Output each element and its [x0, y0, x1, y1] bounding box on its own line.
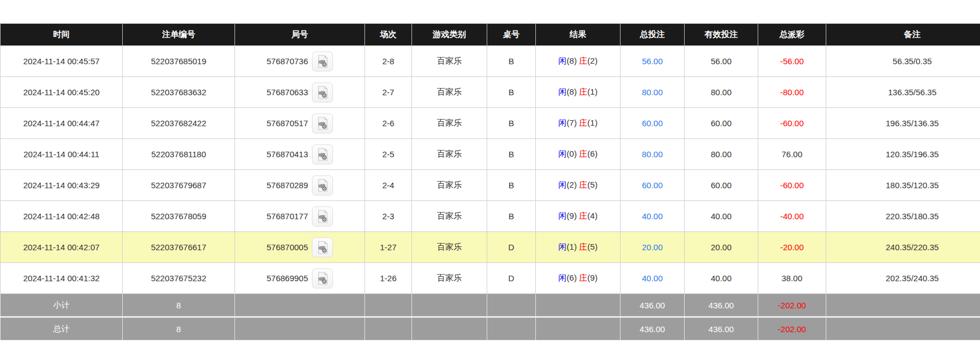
- cell-game_type: 百家乐: [412, 77, 487, 108]
- cell-round: 576870413: [235, 139, 365, 170]
- cell-remark: 240.35/220.35: [826, 232, 980, 263]
- cell-total_bet[interactable]: 80.00: [621, 77, 685, 108]
- table-row[interactable]: 2024-11-14 00:44:11522037681180576870413…: [1, 139, 980, 170]
- table-header: 时间注单编号局号场次游戏类别桌号结果总投注有效投注总派彩备注: [1, 24, 980, 46]
- result-player-label: 闲: [559, 242, 567, 251]
- summary-cell-round: [235, 317, 365, 340]
- summary-cell-table_no: [487, 294, 536, 317]
- cell-time: 2024-11-14 00:42:07: [1, 232, 123, 263]
- cell-remark: 180.35/120.35: [826, 170, 980, 201]
- video-file-icon[interactable]: [312, 82, 333, 102]
- column-header-time: 时间: [1, 24, 123, 46]
- cell-table_no: B: [487, 77, 536, 108]
- result-banker-score: (5): [587, 180, 597, 189]
- column-header-game_type: 游戏类别: [412, 24, 487, 46]
- cell-payout: -56.00: [758, 46, 826, 77]
- round-cell-content: 576870413: [267, 144, 333, 164]
- cell-total_bet[interactable]: 56.00: [621, 46, 685, 77]
- result-player-score: (0): [567, 149, 577, 158]
- cell-total_bet[interactable]: 20.00: [621, 232, 685, 263]
- cell-bet_id: 522037685019: [123, 46, 235, 77]
- cell-remark: 56.35/0.35: [826, 46, 980, 77]
- cell-total_bet[interactable]: 60.00: [621, 108, 685, 139]
- result-player-score: (9): [567, 211, 577, 220]
- cell-total_bet[interactable]: 80.00: [621, 139, 685, 170]
- round-number: 576870633: [267, 87, 308, 97]
- result-player-score: (7): [567, 118, 577, 127]
- cell-remark: 120.35/196.35: [826, 139, 980, 170]
- round-number: 576870289: [267, 180, 308, 190]
- result-banker-label: 庄: [579, 180, 587, 189]
- summary-cell-remark: [826, 294, 980, 317]
- summary-count: 8: [123, 317, 235, 340]
- video-file-icon[interactable]: [312, 268, 333, 288]
- cell-remark: 220.35/180.35: [826, 201, 980, 232]
- video-file-icon[interactable]: [312, 51, 333, 71]
- result-player-label: 闲: [559, 211, 567, 220]
- column-header-bet_id: 注单编号: [123, 24, 235, 46]
- video-file-icon[interactable]: [312, 144, 333, 164]
- result-player-score: (8): [567, 56, 577, 65]
- table-row[interactable]: 2024-11-14 00:43:29522037679687576870289…: [1, 170, 980, 201]
- summary-label: 总计: [1, 317, 123, 340]
- cell-payout: -60.00: [758, 170, 826, 201]
- video-file-icon[interactable]: [312, 175, 333, 195]
- cell-round: 576870736: [235, 46, 365, 77]
- table-row[interactable]: 2024-11-14 00:45:57522037685019576870736…: [1, 46, 980, 77]
- cell-remark: 202.35/240.35: [826, 263, 980, 294]
- column-header-valid_bet: 有效投注: [685, 24, 758, 46]
- cell-session: 2-8: [365, 46, 412, 77]
- result-banker-score: (4): [587, 211, 597, 220]
- cell-result: 闲(6) 庄(9): [536, 263, 621, 294]
- cell-total_bet[interactable]: 40.00: [621, 263, 685, 294]
- table-row[interactable]: 2024-11-14 00:42:48522037678059576870177…: [1, 201, 980, 232]
- result-banker-score: (6): [587, 149, 597, 158]
- cell-remark: 136.35/56.35: [826, 77, 980, 108]
- cell-payout: 76.00: [758, 139, 826, 170]
- summary-cell-result: [536, 317, 621, 340]
- result-player-score: (1): [567, 242, 577, 251]
- result-banker-label: 庄: [579, 118, 587, 127]
- table-row[interactable]: 2024-11-14 00:41:32522037675232576869905…: [1, 263, 980, 294]
- cell-table_no: D: [487, 232, 536, 263]
- cell-total_bet[interactable]: 60.00: [621, 170, 685, 201]
- result-player-label: 闲: [559, 118, 567, 127]
- result-player-score: (2): [567, 180, 577, 189]
- table-row[interactable]: 2024-11-14 00:44:47522037682422576870517…: [1, 108, 980, 139]
- cell-session: 2-4: [365, 170, 412, 201]
- summary-label: 小计: [1, 294, 123, 317]
- summary-cell-total_bet: 436.00: [621, 294, 685, 317]
- round-number: 576870517: [267, 118, 308, 128]
- round-cell-content: 576870005: [267, 237, 333, 257]
- video-file-icon[interactable]: [312, 113, 333, 133]
- summary-cell-round: [235, 294, 365, 317]
- cell-remark: 196.35/136.35: [826, 108, 980, 139]
- cell-session: 2-6: [365, 108, 412, 139]
- cell-round: 576870633: [235, 77, 365, 108]
- round-number: 576869905: [267, 273, 308, 283]
- video-file-icon[interactable]: [312, 237, 333, 257]
- table-row[interactable]: 2024-11-14 00:45:20522037683632576870633…: [1, 77, 980, 108]
- table-row[interactable]: 2024-11-14 00:42:07522037676617576870005…: [1, 232, 980, 263]
- cell-result: 闲(1) 庄(5): [536, 232, 621, 263]
- video-file-icon[interactable]: [312, 206, 333, 226]
- cell-time: 2024-11-14 00:43:29: [1, 170, 123, 201]
- round-number: 576870177: [267, 211, 308, 221]
- cell-payout: -20.00: [758, 232, 826, 263]
- round-cell-content: 576870736: [267, 51, 333, 71]
- summary-cell-game_type: [412, 294, 487, 317]
- column-header-result: 结果: [536, 24, 621, 46]
- column-header-session: 场次: [365, 24, 412, 46]
- cell-bet_id: 522037681180: [123, 139, 235, 170]
- cell-session: 2-3: [365, 201, 412, 232]
- summary-cell-valid_bet: 436.00: [685, 317, 758, 340]
- cell-table_no: B: [487, 46, 536, 77]
- column-header-total_bet: 总投注: [621, 24, 685, 46]
- cell-bet_id: 522037682422: [123, 108, 235, 139]
- cell-game_type: 百家乐: [412, 139, 487, 170]
- cell-total_bet[interactable]: 40.00: [621, 201, 685, 232]
- cell-bet_id: 522037678059: [123, 201, 235, 232]
- cell-result: 闲(7) 庄(1): [536, 108, 621, 139]
- summary-cell-result: [536, 294, 621, 317]
- cell-valid_bet: 20.00: [685, 232, 758, 263]
